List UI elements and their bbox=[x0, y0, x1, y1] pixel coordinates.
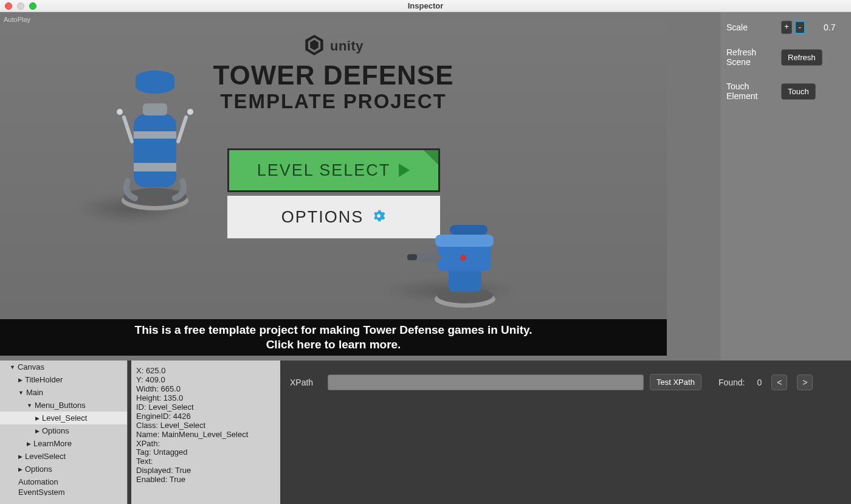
tree-item-label: Level_Select bbox=[42, 413, 87, 423]
play-icon bbox=[399, 164, 410, 177]
tree-item-label: Options bbox=[25, 464, 52, 474]
xpath-prev-button[interactable]: < bbox=[771, 375, 787, 390]
tree-item-label: Canvas bbox=[18, 362, 44, 371]
level-select-button[interactable]: LEVEL SELECT bbox=[227, 148, 440, 192]
svg-rect-3 bbox=[134, 131, 176, 139]
tree-item[interactable]: ▶Level_Select bbox=[0, 412, 127, 424]
gear-icon bbox=[372, 208, 385, 227]
touch-button[interactable]: Touch bbox=[781, 83, 816, 100]
window-title: Inspector bbox=[0, 1, 851, 10]
banner-line2: Click here to learn more. bbox=[266, 337, 401, 352]
test-xpath-button[interactable]: Test XPath bbox=[650, 374, 701, 390]
svg-rect-8 bbox=[122, 115, 134, 144]
turret-graphic-left bbox=[109, 60, 201, 212]
game-view: unity TOWER DEFENSE TEMPLATE PROJECT LEV… bbox=[0, 17, 667, 319]
tree-item[interactable]: ▶TitleHolder bbox=[0, 373, 127, 386]
tree-item[interactable]: ▶LearnMore bbox=[0, 437, 127, 450]
svg-point-21 bbox=[377, 214, 381, 218]
property-row: ID: Level_Select bbox=[136, 403, 275, 412]
property-row: Enabled: True bbox=[136, 475, 275, 485]
property-row: Height: 135.0 bbox=[136, 394, 275, 403]
xpath-bar: XPath Test XPath Found: 0 < > bbox=[280, 361, 851, 504]
svg-rect-16 bbox=[435, 235, 494, 247]
property-row: Displayed: True bbox=[136, 466, 275, 475]
chevron-down-icon: ▼ bbox=[10, 364, 15, 370]
properties-panel: X: 625.0Y: 409.0Width: 665.0Height: 135.… bbox=[131, 361, 280, 504]
unity-logo-icon bbox=[303, 34, 325, 58]
tree-item-label: Options bbox=[42, 426, 69, 435]
unity-logo: unity bbox=[0, 34, 667, 58]
chevron-down-icon: ▼ bbox=[18, 390, 24, 396]
svg-point-10 bbox=[117, 109, 123, 115]
property-row: Name: MainMenu_Level_Select bbox=[136, 430, 275, 440]
tree-item-label: Main bbox=[26, 388, 43, 397]
tree-item[interactable]: ▼Main bbox=[0, 386, 127, 399]
chevron-right-icon: ▶ bbox=[27, 441, 31, 447]
tree-item[interactable]: EventSystem bbox=[0, 488, 127, 495]
property-row: Tag: Untagged bbox=[136, 448, 275, 457]
property-row: Width: 665.0 bbox=[136, 385, 275, 394]
unity-brand-text: unity bbox=[330, 38, 363, 54]
turret-graphic-right bbox=[407, 218, 511, 309]
options-label: OPTIONS bbox=[281, 208, 364, 227]
property-row: X: 625.0 bbox=[136, 367, 275, 376]
touch-element-label: Touch Element bbox=[726, 81, 781, 101]
scale-label: Scale bbox=[726, 22, 781, 32]
chevron-right-icon: ▶ bbox=[35, 415, 40, 421]
xpath-input[interactable] bbox=[328, 375, 644, 390]
scale-decrease-button[interactable]: - bbox=[794, 21, 805, 34]
game-subtitle: TEMPLATE PROJECT bbox=[0, 90, 667, 113]
tree-item-label: TitleHolder bbox=[25, 375, 63, 384]
tree-item[interactable]: Automation bbox=[0, 475, 127, 488]
window-titlebar: Inspector bbox=[0, 0, 851, 12]
side-panel: Scale + - 0.7 Refresh Scene Refresh Touc… bbox=[720, 12, 851, 361]
tree-item[interactable]: ▶Options bbox=[0, 424, 127, 437]
tree-item-label: Menu_Buttons bbox=[35, 401, 86, 410]
tree-item-label: LearnMore bbox=[33, 439, 72, 448]
property-row: XPath: bbox=[136, 440, 275, 449]
learn-more-banner[interactable]: This is a free template project for maki… bbox=[0, 319, 667, 356]
xpath-next-button[interactable]: > bbox=[797, 375, 813, 390]
found-value: 0 bbox=[757, 378, 762, 387]
svg-point-20 bbox=[460, 255, 466, 261]
chevron-right-icon: ▶ bbox=[18, 377, 22, 383]
chevron-down-icon: ▼ bbox=[27, 402, 32, 409]
hierarchy-tree[interactable]: ▼Canvas▶TitleHolder▼Main▼Menu_Buttons▶Le… bbox=[0, 361, 128, 504]
refresh-scene-label: Refresh Scene bbox=[726, 47, 781, 67]
scale-value: 0.7 bbox=[824, 22, 835, 32]
tree-item[interactable]: ▼Canvas bbox=[0, 361, 127, 373]
svg-point-11 bbox=[187, 109, 193, 115]
tree-item-label: LevelSelect bbox=[25, 452, 66, 461]
banner-line1: This is a free template project for maki… bbox=[135, 323, 532, 337]
tree-item-label: EventSystem bbox=[18, 488, 65, 495]
tree-item-label: Automation bbox=[18, 477, 58, 486]
chevron-right-icon: ▶ bbox=[35, 428, 40, 434]
svg-rect-18 bbox=[407, 254, 417, 260]
stage-container: AutoPlay bbox=[0, 12, 720, 361]
tree-item[interactable]: ▶LevelSelect bbox=[0, 450, 127, 463]
level-select-label: LEVEL SELECT bbox=[257, 161, 391, 180]
game-title: TOWER DEFENSE bbox=[0, 62, 667, 89]
svg-rect-5 bbox=[143, 103, 167, 116]
svg-rect-4 bbox=[134, 163, 176, 171]
svg-rect-2 bbox=[134, 114, 176, 187]
chevron-right-icon: ▶ bbox=[18, 466, 22, 472]
xpath-label: XPath bbox=[290, 378, 322, 387]
property-row: Y: 409.0 bbox=[136, 376, 275, 385]
tree-item[interactable]: ▶Options bbox=[0, 463, 127, 475]
found-label: Found: bbox=[718, 378, 745, 387]
chevron-right-icon: ▶ bbox=[18, 454, 22, 460]
svg-rect-9 bbox=[176, 115, 188, 144]
scale-increase-button[interactable]: + bbox=[781, 21, 792, 34]
property-row: Class: Level_Select bbox=[136, 421, 275, 430]
refresh-button[interactable]: Refresh bbox=[781, 49, 822, 66]
property-row: Text: bbox=[136, 457, 275, 466]
property-row: EngineID: 4426 bbox=[136, 412, 275, 421]
svg-rect-19 bbox=[450, 225, 488, 235]
tree-item[interactable]: ▼Menu_Buttons bbox=[0, 399, 127, 412]
autoplay-label: AutoPlay bbox=[4, 16, 30, 23]
